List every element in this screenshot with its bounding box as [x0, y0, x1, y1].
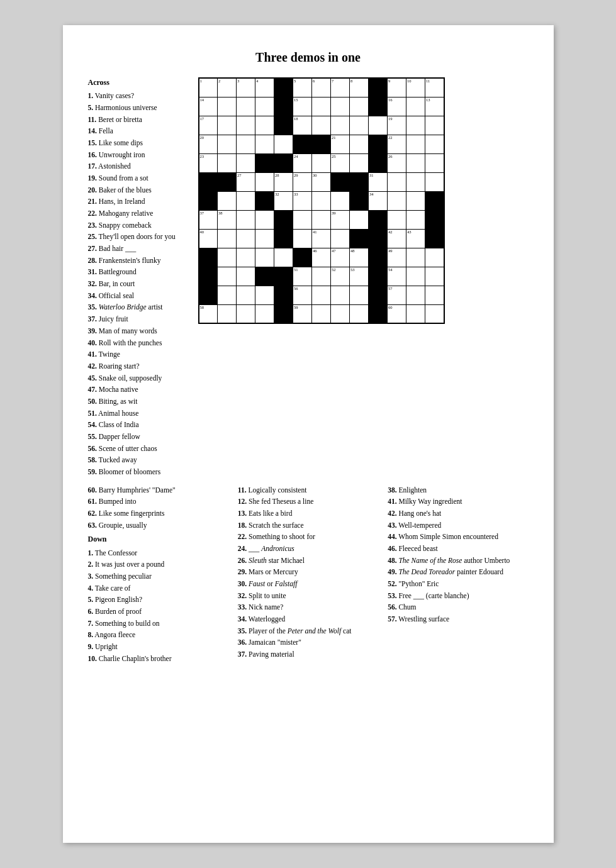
- grid-cell[interactable]: [331, 97, 350, 116]
- grid-cell[interactable]: [255, 191, 274, 210]
- grid-cell[interactable]: [406, 191, 425, 210]
- grid-cell[interactable]: 54: [388, 267, 406, 286]
- grid-cell[interactable]: 25: [331, 153, 350, 172]
- grid-cell[interactable]: [274, 153, 293, 172]
- grid-cell[interactable]: [425, 210, 444, 229]
- grid-cell[interactable]: [274, 248, 293, 267]
- grid-cell[interactable]: 17: [199, 116, 218, 135]
- grid-cell[interactable]: [369, 135, 388, 153]
- grid-cell[interactable]: [218, 304, 237, 323]
- grid-cell[interactable]: 18: [293, 116, 312, 135]
- grid-cell[interactable]: [388, 191, 406, 210]
- grid-cell[interactable]: [312, 267, 331, 286]
- grid-cell[interactable]: [218, 191, 237, 210]
- grid-cell[interactable]: 42: [388, 229, 406, 248]
- grid-cell[interactable]: [218, 153, 237, 172]
- grid-cell[interactable]: 57: [388, 286, 406, 304]
- grid-cell[interactable]: 52: [331, 267, 350, 286]
- grid-cell[interactable]: [218, 248, 237, 267]
- grid-cell[interactable]: 48: [350, 248, 369, 267]
- grid-cell[interactable]: [237, 248, 255, 267]
- grid-cell[interactable]: [369, 286, 388, 304]
- grid-cell[interactable]: [312, 97, 331, 116]
- grid-cell[interactable]: [369, 229, 388, 248]
- grid-cell[interactable]: 23: [199, 153, 218, 172]
- grid-cell[interactable]: [406, 135, 425, 153]
- grid-cell[interactable]: [425, 229, 444, 248]
- grid-cell[interactable]: [350, 229, 369, 248]
- grid-cell[interactable]: 8: [350, 78, 369, 97]
- grid-cell[interactable]: [350, 116, 369, 135]
- grid-cell[interactable]: 34: [369, 191, 388, 210]
- grid-cell[interactable]: [369, 116, 388, 135]
- grid-cell[interactable]: [293, 210, 312, 229]
- grid-cell[interactable]: [199, 286, 218, 304]
- grid-cell[interactable]: [237, 210, 255, 229]
- grid-cell[interactable]: 59: [293, 304, 312, 323]
- grid-cell[interactable]: [255, 116, 274, 135]
- grid-cell[interactable]: 40: [199, 229, 218, 248]
- grid-cell[interactable]: 15: [293, 97, 312, 116]
- grid-cell[interactable]: [388, 210, 406, 229]
- grid-cell[interactable]: 31: [369, 172, 388, 191]
- grid-cell[interactable]: [237, 135, 255, 153]
- grid-cell[interactable]: 7: [331, 78, 350, 97]
- grid-cell[interactable]: [425, 191, 444, 210]
- grid-cell[interactable]: [255, 210, 274, 229]
- grid-cell[interactable]: [255, 248, 274, 267]
- grid-cell[interactable]: [331, 172, 350, 191]
- grid-cell[interactable]: [255, 304, 274, 323]
- grid-cell[interactable]: [406, 172, 425, 191]
- grid-cell[interactable]: [293, 229, 312, 248]
- grid-cell[interactable]: [406, 210, 425, 229]
- grid-cell[interactable]: [425, 153, 444, 172]
- grid-cell[interactable]: [218, 229, 237, 248]
- grid-cell[interactable]: [218, 286, 237, 304]
- grid-cell[interactable]: 21: [331, 135, 350, 153]
- grid-cell[interactable]: [312, 286, 331, 304]
- grid-cell[interactable]: [425, 172, 444, 191]
- grid-cell[interactable]: [274, 78, 293, 97]
- grid-cell[interactable]: [369, 248, 388, 267]
- grid-cell[interactable]: 53: [350, 267, 369, 286]
- grid-cell[interactable]: 58: [199, 304, 218, 323]
- grid-cell[interactable]: [312, 191, 331, 210]
- grid-cell[interactable]: [406, 248, 425, 267]
- grid-cell[interactable]: 56: [293, 286, 312, 304]
- grid-cell[interactable]: [274, 97, 293, 116]
- grid-cell[interactable]: 38: [218, 210, 237, 229]
- grid-cell[interactable]: [350, 97, 369, 116]
- grid-cell[interactable]: [255, 229, 274, 248]
- grid-cell[interactable]: 2: [218, 78, 237, 97]
- grid-cell[interactable]: [312, 153, 331, 172]
- grid-cell[interactable]: [331, 191, 350, 210]
- grid-cell[interactable]: 29: [293, 172, 312, 191]
- grid-cell[interactable]: 37: [199, 210, 218, 229]
- grid-cell[interactable]: [312, 116, 331, 135]
- grid-cell[interactable]: 9: [388, 78, 406, 97]
- grid-cell[interactable]: [406, 153, 425, 172]
- grid-cell[interactable]: 43: [406, 229, 425, 248]
- grid-cell[interactable]: [350, 153, 369, 172]
- grid-cell[interactable]: 26: [388, 153, 406, 172]
- grid-cell[interactable]: [218, 116, 237, 135]
- grid-cell[interactable]: [350, 210, 369, 229]
- grid-cell[interactable]: [255, 267, 274, 286]
- grid-cell[interactable]: 19: [388, 116, 406, 135]
- grid-cell[interactable]: [425, 116, 444, 135]
- grid-cell[interactable]: [199, 191, 218, 210]
- grid-cell[interactable]: [274, 116, 293, 135]
- grid-cell[interactable]: 20: [199, 135, 218, 153]
- grid-cell[interactable]: 24: [293, 153, 312, 172]
- grid-cell[interactable]: 14: [199, 97, 218, 116]
- grid-cell[interactable]: [425, 267, 444, 286]
- grid-cell[interactable]: [350, 135, 369, 153]
- grid-cell[interactable]: 10: [406, 78, 425, 97]
- grid-cell[interactable]: [199, 248, 218, 267]
- grid-cell[interactable]: 46: [312, 248, 331, 267]
- grid-cell[interactable]: [350, 191, 369, 210]
- grid-cell[interactable]: 16: [388, 97, 406, 116]
- grid-cell[interactable]: 60: [388, 304, 406, 323]
- grid-cell[interactable]: [218, 97, 237, 116]
- grid-cell[interactable]: [199, 172, 218, 191]
